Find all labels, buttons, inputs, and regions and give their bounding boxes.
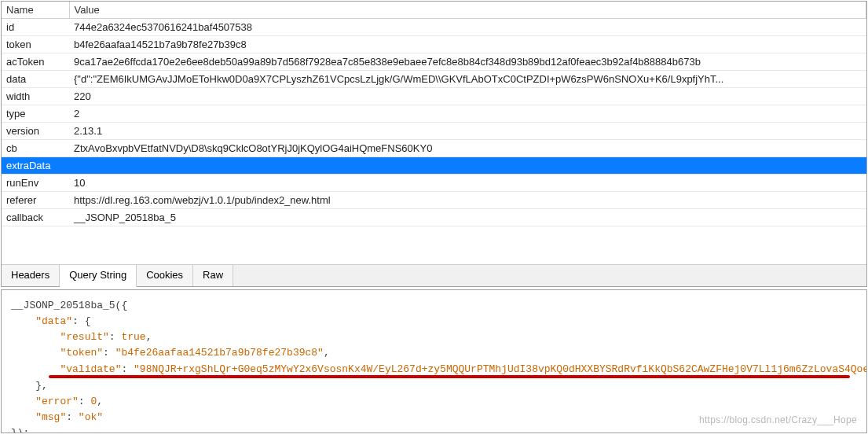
table-row[interactable]: width220 — [2, 88, 866, 105]
json-val-validate: "98NQJR+rxgShLQr+G0eq5zMYwY2x6VsosnKx4W/… — [134, 363, 867, 375]
jsonp-callback-open: __JSONP_20518ba_5({ — [11, 300, 127, 311]
col-header-name[interactable]: Name — [2, 2, 69, 19]
param-name-cell: version — [2, 123, 69, 140]
response-body-panel: __JSONP_20518ba_5({ "data": { "result": … — [1, 289, 867, 433]
table-row[interactable]: tokenb4fe26aafaa14521b7a9b78fe27b39c8 — [2, 36, 866, 53]
param-value-cell: b4fe26aafaa14521b7a9b78fe27b39c8 — [69, 36, 866, 53]
table-row[interactable]: cbZtxAvoBxvpbVEtfatNVDy\D8\skq9CklcO8otY… — [2, 140, 866, 157]
json-key-error: "error" — [35, 396, 79, 407]
json-key-token: "token" — [60, 347, 103, 359]
tab-query-string[interactable]: Query String — [60, 265, 137, 287]
table-row[interactable]: type2 — [2, 105, 866, 123]
param-value-cell: 10 — [69, 175, 866, 192]
json-val-token: "b4fe26aafaa14521b7a9b78fe27b39c8" — [115, 347, 324, 359]
param-value-cell — [69, 157, 866, 175]
param-name-cell: data — [2, 71, 69, 88]
param-name-cell: id — [2, 19, 69, 36]
table-row[interactable]: version2.13.1 — [2, 123, 866, 140]
json-key-validate: "validate" — [60, 363, 121, 375]
param-value-cell: __JSONP_20518ba_5 — [69, 209, 866, 226]
json-key-data: "data" — [35, 315, 72, 327]
param-value-cell: 744e2a6324ec5370616241baf4507538 — [69, 19, 866, 36]
table-row[interactable]: extraData — [2, 157, 866, 175]
table-row[interactable]: id744e2a6324ec5370616241baf4507538 — [2, 19, 866, 36]
param-name-cell: acToken — [2, 53, 69, 71]
tab-headers[interactable]: Headers — [2, 265, 60, 286]
param-name-cell: cb — [2, 140, 69, 157]
json-brace-data: : { — [72, 315, 90, 327]
param-value-cell: https://dl.reg.163.com/webzj/v1.0.1/pub/… — [69, 192, 866, 209]
table-row[interactable]: acToken9ca17ae2e6ffcda170e2e6ee8deb50a99… — [2, 53, 866, 71]
table-row[interactable]: callback__JSONP_20518ba_5 — [2, 209, 866, 226]
table-row[interactable]: refererhttps://dl.reg.163.com/webzj/v1.0… — [2, 192, 866, 209]
param-value-cell: {"d":"ZEM6IkUMGAvJJMoEToHkw0D0a9X7CPLysz… — [69, 71, 866, 88]
tab-cookies[interactable]: Cookies — [137, 265, 193, 286]
param-name-cell: runEnv — [2, 175, 69, 192]
detail-tabs-bar: HeadersQuery StringCookiesRaw — [2, 264, 866, 286]
param-name-cell: width — [2, 88, 69, 105]
param-value-cell: 9ca17ae2e6ffcda170e2e6ee8deb50a99a89b7d5… — [69, 53, 866, 71]
json-key-msg: "msg" — [35, 411, 66, 423]
tab-raw[interactable]: Raw — [193, 265, 233, 286]
param-name-cell: callback — [2, 209, 69, 226]
param-value-cell: 220 — [69, 88, 866, 105]
param-value-cell: 2 — [69, 105, 866, 123]
json-close-data: }, — [35, 380, 48, 392]
params-table-container: Name Value id744e2a6324ec5370616241baf45… — [2, 2, 866, 264]
request-params-panel: Name Value id744e2a6324ec5370616241baf45… — [1, 1, 867, 287]
json-val-result: true — [121, 331, 145, 343]
param-value-cell: 2.13.1 — [69, 123, 866, 140]
col-header-value[interactable]: Value — [69, 2, 866, 19]
table-row[interactable]: data{"d":"ZEM6IkUMGAvJJMoEToHkw0D0a9X7CP… — [2, 71, 866, 88]
param-name-cell: referer — [2, 192, 69, 209]
jsonp-callback-close: }); — [11, 427, 29, 433]
table-row[interactable]: runEnv10 — [2, 175, 866, 192]
params-table: Name Value id744e2a6324ec5370616241baf45… — [2, 2, 866, 226]
json-key-result: "result" — [60, 331, 108, 343]
param-name-cell: type — [2, 105, 69, 123]
watermark-text: https://blog.csdn.net/Crazy___Hope — [699, 413, 857, 428]
param-name-cell: token — [2, 36, 69, 53]
param-name-cell: extraData — [2, 157, 69, 175]
json-val-msg: "ok" — [79, 411, 103, 423]
param-value-cell: ZtxAvoBxvpbVEtfatNVDy\D8\skq9CklcO8otYRj… — [69, 140, 866, 157]
